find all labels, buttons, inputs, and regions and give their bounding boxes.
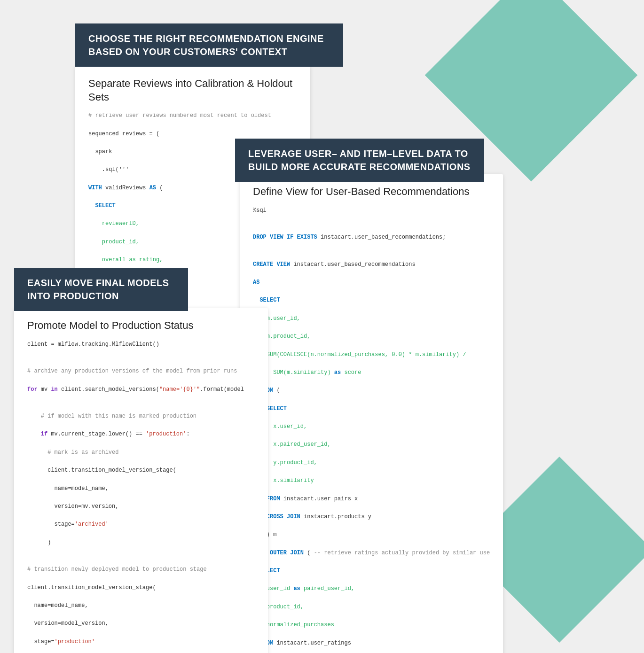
page-container: CHOOSE THE RIGHT RECOMMENDATION ENGINE B… xyxy=(0,0,644,653)
card-define-view: Define View for User-Based Recommendatio… xyxy=(240,174,503,653)
card-title-reviews: Separate Reviews into Calibration & Hold… xyxy=(88,77,297,104)
card-title-view: Define View for User-Based Recommendatio… xyxy=(253,185,490,199)
banner-bottom-left: EASILY MOVE FINAL MODELS INTO PRODUCTION xyxy=(14,268,188,311)
banner-top: CHOOSE THE RIGHT RECOMMENDATION ENGINE B… xyxy=(75,23,343,67)
code-block-model: client = mlflow.tracking.MlflowClient() … xyxy=(27,340,255,653)
code-block-view: %sql DROP VIEW IF EXISTS instacart.user_… xyxy=(253,206,490,653)
banner-middle: LEVERAGE USER– AND ITEM–LEVEL DATA TO BU… xyxy=(235,139,484,182)
card-promote-model: Promote Model to Production Status clien… xyxy=(14,308,268,653)
card-title-model: Promote Model to Production Status xyxy=(27,319,255,333)
